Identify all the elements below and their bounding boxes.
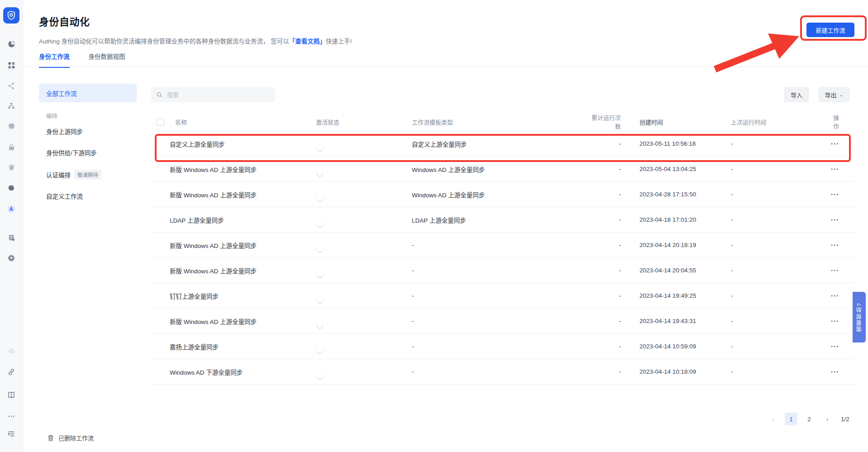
workflow-template-type: Windows AD 上游全量同步	[412, 190, 589, 199]
total-runs-value: -	[589, 318, 621, 324]
workflow-name: 嘉扬上游全量同步	[170, 342, 219, 351]
last-run-value: -	[731, 292, 828, 299]
shield-check-icon[interactable]	[0, 160, 23, 175]
workflow-template-type: -	[412, 242, 589, 248]
robot-icon[interactable]	[0, 343, 23, 358]
row-actions-icon[interactable]: ···	[831, 216, 839, 224]
header-active-status: 激活状态	[316, 118, 412, 126]
row-actions-icon[interactable]: ···	[831, 140, 839, 147]
pager-page-2[interactable]: 2	[803, 413, 816, 425]
search-icon	[156, 91, 163, 98]
last-run-value: -	[731, 267, 828, 274]
import-button[interactable]: 导入	[784, 87, 809, 102]
total-runs-value: -	[589, 166, 621, 172]
pager-prev-icon[interactable]: ‹	[767, 413, 779, 425]
sidebar-item-provision-downstream-sync[interactable]: 身份供给/下游同步	[46, 148, 97, 157]
sidebar-item-custom-workflow[interactable]: 自定义工作流	[46, 191, 83, 200]
workflow-template-type: -	[412, 343, 589, 350]
deleted-workflows-link[interactable]: 已删除工作流	[47, 433, 94, 442]
view-docs-link[interactable]: 「查看文档」	[289, 38, 326, 45]
deleted-workflows-label: 已删除工作流	[58, 433, 94, 442]
table-body: 自定义上游全量同步 自定义上游全量同步 - 2023-05-11 10:56:1…	[151, 131, 855, 385]
user-group-icon[interactable]	[0, 118, 23, 133]
workflow-table: 名称 激活状态 工作流模板类型 累计运行次数 创建时间 上次运行时间 操作 自定…	[151, 112, 855, 385]
header-name: 名称	[175, 118, 187, 126]
app-logo[interactable]	[3, 7, 19, 24]
book-icon[interactable]	[0, 387, 23, 403]
pager-next-icon[interactable]: ›	[821, 413, 834, 425]
sidebar-item-auth-orchestration[interactable]: 认证编排 敬请期待	[46, 170, 101, 180]
created-at-value: 2023-05-04 13:04:25	[621, 166, 731, 172]
table-row[interactable]: LDAP 上游全量同步 LDAP 上游全量同步 - 2023-04-18 17:…	[151, 207, 855, 233]
table-row[interactable]: Windows AD 下游全量同步 - - 2023-04-14 10:18:0…	[151, 359, 855, 385]
row-actions-icon[interactable]: ···	[831, 266, 839, 274]
last-run-value: -	[731, 343, 828, 350]
table-row[interactable]: 新版 Windows AD 上游全量同步 - - 2023-04-14 20:1…	[151, 233, 855, 258]
row-actions-icon[interactable]: ···	[831, 241, 839, 249]
pagination: ‹ 1 2 › 1/2	[767, 413, 849, 425]
workflow-template-type: 自定义上游全量同步	[412, 139, 589, 148]
total-runs-value: -	[589, 267, 621, 274]
header-actions: 操作	[828, 113, 855, 130]
header-total-runs: 累计运行次数	[589, 113, 621, 130]
export-button[interactable]: 导出 ⌄	[818, 87, 850, 102]
tab-identity-workflow[interactable]: 身份工作流	[39, 52, 70, 68]
bird-icon[interactable]	[0, 180, 23, 195]
share-icon[interactable]	[0, 78, 23, 94]
a-circle-icon[interactable]	[0, 201, 23, 217]
table-row[interactable]: 新版 Windows AD 上游全量同步 - - 2023-04-14 19:4…	[151, 309, 855, 334]
org-tree-icon[interactable]	[0, 98, 23, 114]
document-icon[interactable]	[0, 230, 23, 245]
table-row[interactable]: 自定义上游全量同步 自定义上游全量同步 - 2023-05-11 10:56:1…	[151, 131, 855, 157]
tab-identity-data-view[interactable]: 身份数据视图	[89, 52, 125, 68]
sidebar-item-upstream-sync[interactable]: 身份上游同步	[46, 127, 83, 136]
row-actions-icon[interactable]: ···	[831, 165, 839, 173]
select-all-checkbox[interactable]	[157, 118, 164, 126]
table-row[interactable]: 新版 Windows AD 上游全量同步 Windows AD 上游全量同步 -…	[151, 157, 855, 182]
page-subtitle: Authing 身份自动化可以帮助你灵活编排身份管理业务中的各种身份数据流与业务…	[39, 36, 352, 45]
search-input[interactable]	[166, 91, 267, 99]
pager-page-1[interactable]: 1	[785, 413, 797, 425]
row-actions-icon[interactable]: ···	[831, 292, 839, 300]
total-runs-value: -	[589, 140, 621, 147]
page-title: 身份自动化	[39, 14, 90, 28]
workflow-name: Windows AD 下游全量同步	[170, 367, 243, 376]
created-at-value: 2023-04-14 19:43:31	[621, 318, 731, 324]
workflow-template-type: -	[412, 368, 589, 375]
created-at-value: 2023-05-11 10:56:18	[621, 140, 731, 147]
pie-chart-icon[interactable]	[0, 36, 23, 52]
last-run-value: -	[731, 368, 828, 375]
created-at-value: 2023-04-14 10:18:09	[621, 368, 731, 375]
row-actions-icon[interactable]: ···	[831, 343, 839, 350]
workflow-template-type: -	[412, 318, 589, 324]
table-row[interactable]: 嘉扬上游全量同步 - - 2023-04-14 10:59:09 - ···	[151, 334, 855, 359]
lock-icon[interactable]	[0, 139, 23, 155]
gear-icon[interactable]	[0, 250, 23, 266]
created-at-value: 2023-04-14 19:49:25	[621, 292, 731, 299]
sidebar-item-all-workflows[interactable]: 全部工作流	[39, 84, 137, 102]
workflow-name: 新版 Windows AD 上游全量同步	[170, 165, 257, 174]
row-actions-icon[interactable]: ···	[831, 317, 839, 325]
help-tab[interactable]: 需要帮助?	[853, 292, 866, 343]
search-box[interactable]	[151, 87, 275, 102]
create-workflow-button[interactable]: 新建工作流	[806, 23, 854, 37]
workflow-template-type: -	[412, 267, 589, 274]
apps-grid-icon[interactable]	[0, 57, 23, 73]
table-row[interactable]: 新版 Windows AD 上游全量同步 Windows AD 上游全量同步 -…	[151, 182, 855, 207]
row-actions-icon[interactable]: ···	[831, 368, 839, 376]
table-row[interactable]: 新版 Windows AD 上游全量同步 - - 2023-04-14 20:0…	[151, 258, 855, 283]
link-icon[interactable]	[0, 364, 23, 380]
created-at-value: 2023-04-14 20:04:55	[621, 267, 731, 274]
created-at-value: 2023-04-14 10:59:09	[621, 343, 731, 350]
last-run-value: -	[731, 242, 828, 248]
table-header-row: 名称 激活状态 工作流模板类型 累计运行次数 创建时间 上次运行时间 操作	[151, 112, 855, 131]
more-icon[interactable]	[0, 409, 23, 424]
total-runs-value: -	[589, 292, 621, 299]
workflow-name: 新版 Windows AD 上游全量同步	[170, 266, 257, 275]
sidebar-item-label: 认证编排	[46, 170, 71, 179]
workflow-name: 自定义上游全量同步	[170, 139, 225, 148]
collapse-menu-icon[interactable]	[0, 426, 23, 442]
table-row[interactable]: 钉钉上游全量同步 - - 2023-04-14 19:49:25 - ···	[151, 283, 855, 309]
row-actions-icon[interactable]: ···	[831, 190, 839, 198]
tabs-divider	[23, 67, 868, 67]
